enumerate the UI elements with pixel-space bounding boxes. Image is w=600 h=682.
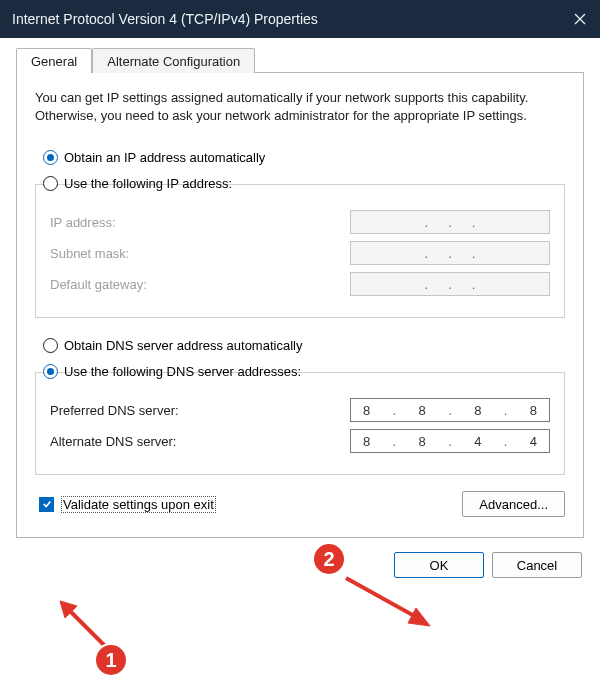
dns-fieldset: Preferred DNS server: 8. 8. 8. 8 Alterna… — [35, 372, 565, 475]
close-button[interactable] — [560, 0, 600, 38]
annotation-badge-2: 2 — [312, 542, 346, 576]
tab-general[interactable]: General — [16, 48, 92, 73]
validate-checkbox-row[interactable]: Validate settings upon exit — [39, 496, 216, 513]
gateway-label: Default gateway: — [50, 277, 350, 292]
subnet-field: ... — [350, 241, 550, 265]
tab-alternate-configuration[interactable]: Alternate Configuration — [92, 48, 255, 73]
dns-octet: 8 — [412, 434, 432, 449]
radio-auto-ip-row[interactable]: Obtain an IP address automatically — [43, 146, 565, 168]
titlebar: Internet Protocol Version 4 (TCP/IPv4) P… — [0, 0, 600, 38]
radio-auto-dns-row[interactable]: Obtain DNS server address automatically — [43, 334, 565, 356]
dns-octet: 4 — [468, 434, 488, 449]
ip-address-label: IP address: — [50, 215, 350, 230]
dns-octet: 8 — [412, 403, 432, 418]
validate-checkbox[interactable] — [39, 497, 54, 512]
dns-octet: 4 — [523, 434, 543, 449]
svg-marker-5 — [408, 608, 430, 626]
radio-auto-dns[interactable] — [43, 338, 58, 353]
radio-manual-dns-label: Use the following DNS server addresses: — [64, 364, 301, 379]
preferred-dns-label: Preferred DNS server: — [50, 403, 350, 418]
window-title: Internet Protocol Version 4 (TCP/IPv4) P… — [12, 11, 318, 27]
svg-line-4 — [346, 578, 418, 618]
radio-auto-ip-label: Obtain an IP address automatically — [64, 150, 265, 165]
dns-octet: 8 — [523, 403, 543, 418]
radio-auto-ip[interactable] — [43, 150, 58, 165]
preferred-dns-field[interactable]: 8. 8. 8. 8 — [350, 398, 550, 422]
dns-octet: 8 — [357, 434, 377, 449]
svg-line-2 — [70, 611, 105, 646]
dns-octet: 8 — [357, 403, 377, 418]
intro-text: You can get IP settings assigned automat… — [35, 89, 565, 124]
tab-panel: You can get IP settings assigned automat… — [16, 72, 584, 538]
radio-manual-ip[interactable] — [43, 176, 58, 191]
ip-address-field: ... — [350, 210, 550, 234]
radio-manual-dns[interactable] — [43, 364, 58, 379]
ip-fieldset: IP address: ... Subnet mask: ... Default… — [35, 184, 565, 318]
validate-checkbox-label: Validate settings upon exit — [61, 496, 216, 513]
alternate-dns-field[interactable]: 8. 8. 4. 4 — [350, 429, 550, 453]
tabstrip: General Alternate Configuration — [16, 48, 584, 73]
subnet-label: Subnet mask: — [50, 246, 350, 261]
alternate-dns-label: Alternate DNS server: — [50, 434, 350, 449]
annotation-arrow-2 — [338, 568, 438, 641]
advanced-button[interactable]: Advanced... — [462, 491, 565, 517]
gateway-field: ... — [350, 272, 550, 296]
radio-auto-dns-label: Obtain DNS server address automatically — [64, 338, 302, 353]
radio-manual-ip-label: Use the following IP address: — [64, 176, 232, 191]
cancel-button[interactable]: Cancel — [492, 552, 582, 578]
dns-octet: 8 — [468, 403, 488, 418]
annotation-badge-1: 1 — [94, 643, 128, 677]
